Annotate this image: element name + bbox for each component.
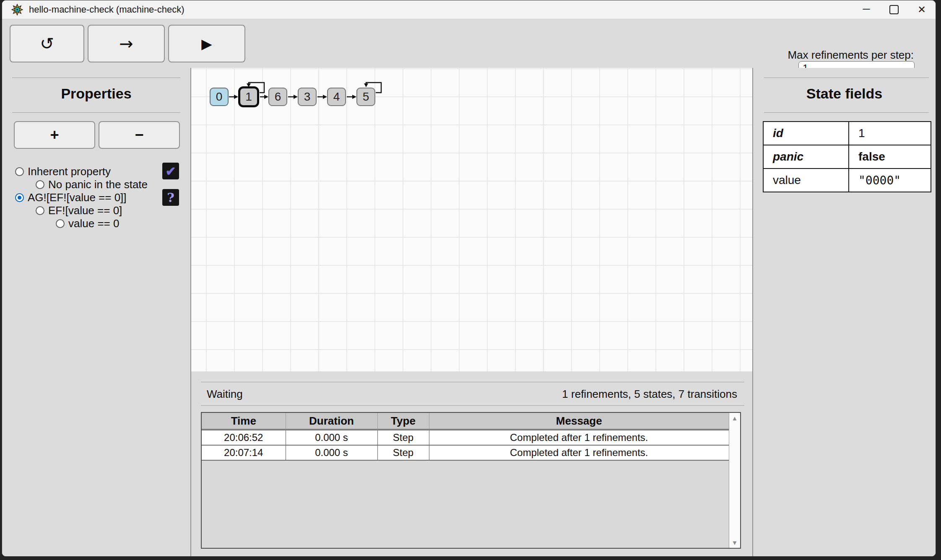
radio-button[interactable] [36, 180, 44, 189]
log-cell-type: Step [377, 430, 429, 445]
log-box: Time Duration Type Message 20:06:52 0.00… [201, 412, 741, 549]
field-value: 1 [849, 122, 931, 145]
close-button[interactable]: ✕ [908, 0, 936, 19]
property-label: No panic in the state [48, 178, 148, 191]
log-table: Time Duration Type Message 20:06:52 0.00… [202, 413, 729, 461]
radio-button-selected[interactable] [15, 193, 24, 202]
run-play-icon: ▶ [201, 36, 212, 52]
column-header: Message [429, 413, 729, 430]
radio-button[interactable] [15, 167, 24, 176]
divider [764, 112, 929, 113]
field-name: id [763, 122, 849, 145]
field-value: false [849, 145, 931, 169]
field-name: value [763, 169, 849, 192]
log-cell-type: Step [377, 445, 429, 460]
properties-title: Properties [2, 86, 190, 102]
graph-node-1-selected[interactable]: 1 [238, 86, 259, 107]
field-value: "0000" [849, 169, 931, 192]
table-row: value "0000" [763, 169, 931, 192]
step-arrow-icon: → [119, 34, 133, 53]
log-scrollbar[interactable]: ▲ ▼ [729, 413, 740, 548]
log-cell-duration: 0.000 s [286, 430, 377, 445]
column-header: Duration [286, 413, 377, 430]
graph-node-3[interactable]: 3 [298, 88, 317, 106]
toolbar: ↺ → ▶ Max refinements per step: [2, 19, 936, 68]
column-header: Time [202, 413, 286, 430]
property-label: Inherent property [28, 165, 111, 178]
app-window: hello-machine-check (machine-check) ─ ✕ … [2, 0, 936, 557]
scroll-up-icon[interactable]: ▲ [732, 413, 738, 423]
reset-button[interactable]: ↺ [10, 25, 84, 62]
property-item-ef[interactable]: EF![value == 0] [36, 204, 190, 217]
property-label: AG![EF![value == 0]] [28, 191, 127, 204]
state-fields-title: State fields [753, 86, 936, 102]
radio-button[interactable] [56, 219, 65, 228]
column-header: Type [377, 413, 429, 430]
unknown-question-icon: ? [162, 189, 179, 206]
max-refinements-label: Max refinements per step: [788, 49, 914, 62]
log-section: Waiting 1 refinements, 5 states, 7 trans… [191, 371, 752, 556]
state-fields-table: id 1 panic false value "0000" [763, 121, 931, 192]
property-label: EF![value == 0] [48, 204, 122, 217]
divider [12, 78, 180, 78]
remove-property-button[interactable]: − [99, 121, 180, 149]
graph-node-5[interactable]: 5 [356, 88, 375, 106]
log-header-row: Time Duration Type Message [202, 413, 729, 430]
log-row[interactable]: 20:07:14 0.000 s Step Completed after 1 … [202, 445, 729, 460]
properties-panel: Properties + − ✔ ? Inherent property No … [2, 68, 190, 556]
log-cell-message: Completed after 1 refinements. [429, 430, 729, 445]
log-cell-time: 20:07:14 [202, 445, 286, 460]
window-title: hello-machine-check (machine-check) [29, 4, 184, 15]
graph-node-4[interactable]: 4 [327, 88, 346, 106]
log-cell-time: 20:06:52 [202, 430, 286, 445]
divider [201, 382, 744, 382]
state-graph-canvas[interactable]: 0 1 6 3 4 5 [191, 68, 752, 371]
property-list: ✔ ? Inherent property No panic in the st… [2, 165, 190, 230]
maximize-button[interactable] [880, 0, 908, 19]
minimize-button[interactable]: ─ [853, 0, 880, 19]
log-cell-duration: 0.000 s [286, 445, 377, 460]
step-button[interactable]: → [88, 25, 165, 62]
graph-node-6[interactable]: 6 [268, 88, 287, 106]
window-controls: ─ ✕ [853, 0, 936, 19]
close-icon: ✕ [918, 4, 926, 16]
property-item-value-eq-0[interactable]: value == 0 [56, 217, 190, 230]
graph-node-0[interactable]: 0 [210, 88, 229, 106]
reset-icon: ↺ [40, 34, 54, 53]
run-button[interactable]: ▶ [168, 25, 245, 62]
status-bar: Waiting 1 refinements, 5 states, 7 trans… [207, 385, 737, 403]
radio-button[interactable] [36, 206, 44, 215]
state-fields-panel: State fields id 1 panic false value "000… [753, 68, 936, 556]
property-label: value == 0 [68, 217, 119, 230]
table-row: panic false [763, 145, 931, 169]
field-name: panic [763, 145, 849, 169]
log-table-wrap: Time Duration Type Message 20:06:52 0.00… [202, 413, 729, 548]
divider [764, 78, 929, 78]
status-summary: 1 refinements, 5 states, 7 transitions [562, 388, 737, 401]
log-cell-message: Completed after 1 refinements. [429, 445, 729, 460]
divider [12, 112, 180, 113]
log-row[interactable]: 20:06:52 0.000 s Step Completed after 1 … [202, 430, 729, 445]
titlebar: hello-machine-check (machine-check) ─ ✕ [2, 0, 936, 19]
app-icon [11, 4, 23, 16]
verified-check-icon: ✔ [162, 163, 179, 179]
scroll-down-icon[interactable]: ▼ [732, 537, 738, 548]
divider [201, 405, 744, 406]
add-property-button[interactable]: + [14, 121, 95, 149]
maximize-icon [889, 5, 899, 14]
minimize-icon: ─ [863, 3, 870, 15]
status-state: Waiting [207, 388, 243, 401]
table-row: id 1 [763, 122, 931, 145]
